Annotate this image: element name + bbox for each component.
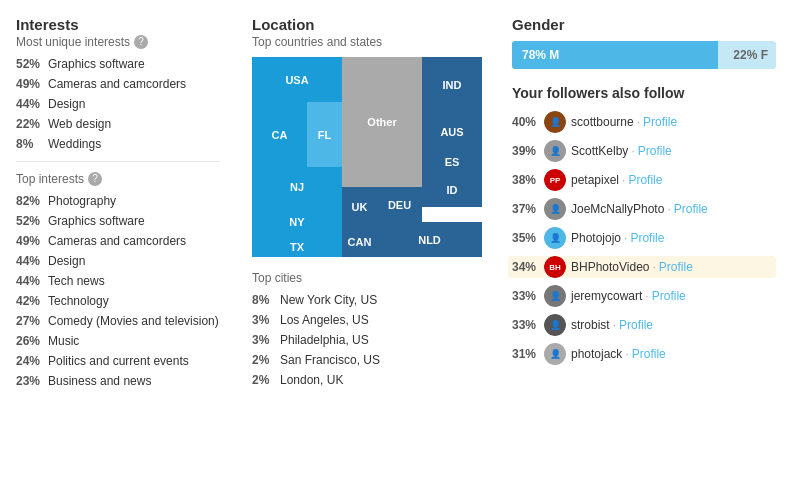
follower-sep: · [631, 144, 634, 158]
avatar: 👤 [544, 111, 566, 133]
follower-pct: 31% [512, 347, 544, 361]
interest-label: Graphics software [48, 214, 220, 228]
city-name: Philadelphia, US [280, 333, 369, 347]
interest-label: Graphics software [48, 57, 220, 71]
most-unique-subtitle: Most unique interests ? [16, 35, 220, 49]
location-title: Location [252, 16, 480, 33]
interest-pct: 44% [16, 97, 48, 111]
top-interests-help-icon[interactable]: ? [88, 172, 102, 186]
interest-label: Photography [48, 194, 220, 208]
interest-row: 82% Photography [16, 194, 220, 208]
city-row: 2% London, UK [252, 373, 480, 387]
follower-pct: 39% [512, 144, 544, 158]
city-name: London, UK [280, 373, 343, 387]
follower-profile-link[interactable]: Profile [628, 173, 662, 187]
city-pct: 2% [252, 353, 280, 367]
gender-section: Gender 78% M 22% F Your followers also f… [496, 16, 776, 394]
follower-pct: 35% [512, 231, 544, 245]
followers-list: 40% 👤 scottbourne · Profile 39% 👤 ScottK… [512, 111, 776, 365]
interest-pct: 24% [16, 354, 48, 368]
avatar: 👤 [544, 343, 566, 365]
interest-row: 23% Business and news [16, 374, 220, 388]
interest-pct: 26% [16, 334, 48, 348]
follower-row: 39% 👤 ScottKelby · Profile [512, 140, 776, 162]
tm-uk: UK [342, 187, 377, 227]
interest-row: 44% Design [16, 97, 220, 111]
interest-pct: 52% [16, 57, 48, 71]
interest-pct: 23% [16, 374, 48, 388]
interest-pct: 42% [16, 294, 48, 308]
interest-row: 49% Cameras and camcorders [16, 234, 220, 248]
follower-profile-link[interactable]: Profile [674, 202, 708, 216]
tm-id: ID [422, 172, 482, 207]
follower-profile-link[interactable]: Profile [659, 260, 693, 274]
gender-female: 22% F [718, 41, 776, 69]
follower-sep: · [624, 231, 627, 245]
tm-deu: DEU [377, 187, 422, 222]
follower-profile-link[interactable]: Profile [643, 115, 677, 129]
city-row: 3% Philadelphia, US [252, 333, 480, 347]
interest-label: Cameras and camcorders [48, 77, 220, 91]
follower-profile-link[interactable]: Profile [652, 289, 686, 303]
top-interests-subtitle: Top interests ? [16, 172, 220, 186]
tm-es: ES [422, 152, 482, 172]
interest-row: 8% Weddings [16, 137, 220, 151]
avatar: 👤 [544, 227, 566, 249]
interest-label: Weddings [48, 137, 220, 151]
follower-row: 38% PP petapixel · Profile [512, 169, 776, 191]
follower-pct: 37% [512, 202, 544, 216]
interest-pct: 8% [16, 137, 48, 151]
interest-label: Design [48, 254, 220, 268]
tm-ca: CA [252, 102, 307, 167]
interest-row: 52% Graphics software [16, 214, 220, 228]
interest-label: Politics and current events [48, 354, 220, 368]
treemap: USA CA FL NJ NY TX Other UK CAN IND AUS … [252, 57, 482, 257]
tm-tx: TX [252, 237, 342, 257]
cities-list: 8% New York City, US 3% Los Angeles, US … [252, 293, 480, 387]
interest-label: Design [48, 97, 220, 111]
tm-nj: NJ [252, 167, 342, 207]
interest-row: 24% Politics and current events [16, 354, 220, 368]
follower-name: Photojojo [571, 231, 621, 245]
interest-label: Web design [48, 117, 220, 131]
city-pct: 2% [252, 373, 280, 387]
city-pct: 8% [252, 293, 280, 307]
avatar: BH [544, 256, 566, 278]
follower-name: scottbourne [571, 115, 634, 129]
interest-row: 26% Music [16, 334, 220, 348]
follower-sep: · [645, 289, 648, 303]
tm-ind: IND [422, 57, 482, 112]
interest-pct: 44% [16, 274, 48, 288]
tm-nld: NLD [377, 222, 482, 257]
most-unique-help-icon[interactable]: ? [134, 35, 148, 49]
follower-profile-link[interactable]: Profile [630, 231, 664, 245]
interest-pct: 44% [16, 254, 48, 268]
interest-row: 49% Cameras and camcorders [16, 77, 220, 91]
avatar: PP [544, 169, 566, 191]
follower-profile-link[interactable]: Profile [638, 144, 672, 158]
avatar: 👤 [544, 285, 566, 307]
interest-pct: 27% [16, 314, 48, 328]
follower-row: 31% 👤 photojack · Profile [512, 343, 776, 365]
follower-profile-link[interactable]: Profile [619, 318, 653, 332]
city-row: 8% New York City, US [252, 293, 480, 307]
city-name: New York City, US [280, 293, 377, 307]
interest-row: 27% Comedy (Movies and television) [16, 314, 220, 328]
follower-name: petapixel [571, 173, 619, 187]
most-unique-interests-list: 52% Graphics software 49% Cameras and ca… [16, 57, 220, 151]
interest-label: Comedy (Movies and television) [48, 314, 220, 328]
city-pct: 3% [252, 333, 280, 347]
follower-sep: · [622, 173, 625, 187]
interest-row: 52% Graphics software [16, 57, 220, 71]
follower-name: photojack [571, 347, 622, 361]
follower-row: 34% BH BHPhotoVideo · Profile [508, 256, 776, 278]
interest-label: Tech news [48, 274, 220, 288]
interest-pct: 49% [16, 234, 48, 248]
interest-row: 42% Technology [16, 294, 220, 308]
interest-label: Business and news [48, 374, 220, 388]
follower-profile-link[interactable]: Profile [632, 347, 666, 361]
follower-sep: · [667, 202, 670, 216]
interest-label: Technology [48, 294, 220, 308]
follower-name: ScottKelby [571, 144, 628, 158]
avatar: 👤 [544, 314, 566, 336]
